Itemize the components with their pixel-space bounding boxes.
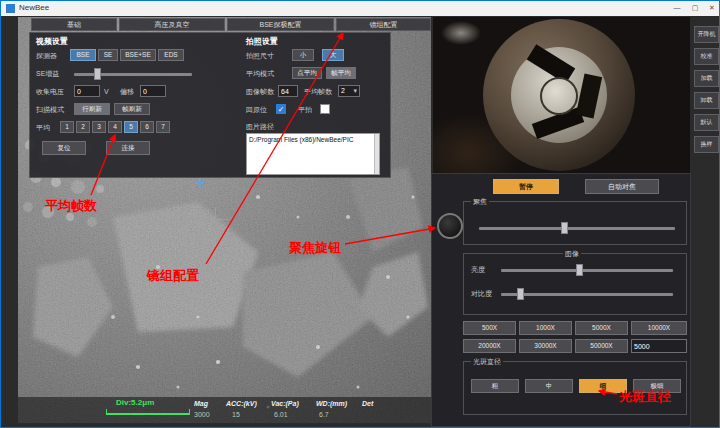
connect-button[interactable]: 连接 — [106, 141, 150, 155]
average-6-button[interactable]: 6 — [140, 121, 154, 133]
scan-line-refresh-button[interactable]: 行刷新 — [74, 103, 110, 115]
sample-stub — [540, 77, 578, 115]
status-value-acc: 15 — [232, 409, 240, 420]
video-settings-title: 视频设置 — [36, 36, 68, 47]
offset-input[interactable] — [140, 85, 166, 97]
contrast-slider[interactable] — [501, 293, 673, 296]
average-5-button[interactable]: 5 — [124, 121, 138, 133]
camera-foreground-blur — [433, 113, 523, 173]
mag-5000x-button[interactable]: 5000X — [575, 321, 628, 335]
point-average-button[interactable]: 点平均 — [292, 67, 322, 79]
mag-500x-button[interactable]: 500X — [463, 321, 516, 335]
unload-button[interactable]: 卸载 — [694, 92, 719, 109]
avg-frames-value: 2 — [341, 87, 345, 94]
close-icon[interactable]: ✕ — [704, 1, 720, 15]
focus-group — [463, 201, 687, 245]
image-frames-input[interactable] — [278, 85, 298, 97]
average-3-button[interactable]: 3 — [92, 121, 106, 133]
frame-average-button[interactable]: 帧平均 — [326, 67, 356, 79]
tab-bse-probe-config[interactable]: BSE探极配置 — [227, 18, 334, 31]
spot-medium-button[interactable]: 中 — [525, 379, 573, 393]
crosshair-h-line — [204, 219, 228, 220]
avg-frames-select[interactable]: 2 ▾ — [338, 85, 360, 97]
mag-30000x-button[interactable]: 30000X — [519, 339, 572, 353]
status-header-vac: Vac:(Pa) — [271, 398, 299, 409]
path-box-scrollbar[interactable] — [374, 134, 379, 174]
mag-20000x-button[interactable]: 20000X — [463, 339, 516, 353]
photo-settings-title: 拍照设置 — [246, 36, 278, 47]
pan-icon[interactable]: ✛ — [196, 177, 205, 190]
average-4-button[interactable]: 4 — [108, 121, 122, 133]
app-icon — [6, 4, 15, 13]
average-2-button[interactable]: 2 — [76, 121, 90, 133]
detector-se-button[interactable]: SE — [98, 49, 118, 61]
scan-frame-refresh-button[interactable]: 帧刷新 — [114, 103, 150, 115]
status-bar: Div:5.2μm Mag ACC:(kV) Vac:(Pa) WD:(mm) … — [18, 397, 431, 423]
maximize-icon[interactable]: ▢ — [687, 1, 703, 15]
tab-lens-config[interactable]: 镜组配置 — [336, 18, 431, 31]
return-home-checkbox[interactable]: ✓ — [276, 104, 286, 114]
image-path-box[interactable]: D:/Program Files (x86)/NewBee/PIC — [246, 133, 380, 175]
se-gain-label: SE增益 — [36, 68, 59, 79]
status-header-mag: Mag — [194, 398, 208, 409]
contrast-label: 对比度 — [471, 288, 492, 299]
brightness-slider-thumb[interactable] — [576, 264, 583, 276]
autofocus-button[interactable]: 自动对焦 — [585, 179, 659, 194]
photo-size-small-button[interactable]: 小 — [292, 49, 314, 61]
flat-shot-checkbox[interactable] — [320, 104, 330, 114]
spot-diameter-label: 光斑直径 — [471, 357, 503, 367]
return-home-label: 回原位 — [246, 104, 267, 115]
se-gain-slider-thumb[interactable] — [94, 68, 101, 80]
reset-button[interactable]: 复位 — [42, 141, 86, 155]
title-bar: NewBee — ▢ ✕ — [1, 1, 720, 16]
image-path-value: D:/Program Files (x86)/NewBee/PIC — [247, 134, 379, 145]
image-group-label: 图像 — [563, 249, 581, 259]
chamber-camera-view — [433, 17, 690, 173]
change-sample-button[interactable]: 换样 — [694, 136, 719, 153]
minimize-icon[interactable]: — — [669, 1, 685, 15]
detector-bse-button[interactable]: BSE — [70, 49, 96, 61]
annotation-avg-frames: 平均帧数 — [45, 197, 97, 215]
mag-50000x-button[interactable]: 50000X — [575, 339, 628, 353]
average-1-button[interactable]: 1 — [60, 121, 74, 133]
mag-custom-input[interactable] — [631, 339, 687, 353]
focus-slider[interactable] — [479, 227, 675, 230]
load-button[interactable]: 加载 — [694, 70, 719, 87]
tab-hv-vacuum[interactable]: 高压及真空 — [119, 18, 225, 31]
brightness-slider[interactable] — [501, 269, 673, 272]
collect-voltage-input[interactable] — [74, 85, 100, 97]
average-mode-label: 平均模式 — [246, 68, 274, 79]
scan-mode-label: 扫描模式 — [36, 104, 64, 115]
status-value-mag: 3000 — [194, 409, 210, 420]
mag-10000x-button[interactable]: 10000X — [631, 321, 687, 335]
photo-size-label: 拍照尺寸 — [246, 50, 274, 61]
average-label: 平均 — [36, 122, 50, 133]
focus-slider-thumb[interactable] — [561, 222, 568, 234]
contrast-slider-thumb[interactable] — [517, 288, 524, 300]
focus-knob[interactable] — [437, 213, 463, 239]
scale-bar — [106, 409, 190, 415]
detector-eds-button[interactable]: EDS — [158, 49, 184, 61]
detector-bse-se-button[interactable]: BSE+SE — [120, 49, 156, 61]
status-header-wd: WD:(mm) — [316, 398, 347, 409]
se-gain-slider[interactable] — [74, 73, 192, 76]
spot-coarse-button[interactable]: 粗 — [471, 379, 519, 393]
image-group — [463, 253, 687, 315]
offset-label: 偏移 — [120, 86, 134, 97]
status-value-wd: 6.7 — [319, 409, 329, 420]
default-button[interactable]: 默认 — [694, 114, 719, 131]
voltage-unit-label: V — [104, 86, 109, 97]
pause-button[interactable]: 暂停 — [493, 179, 559, 194]
window-title: NewBee — [19, 3, 49, 12]
average-7-button[interactable]: 7 — [156, 121, 170, 133]
camera-highlight — [441, 21, 481, 45]
photo-size-large-button[interactable]: 大 — [322, 49, 344, 61]
mag-1000x-button[interactable]: 1000X — [519, 321, 572, 335]
tab-basic[interactable]: 基础 — [31, 18, 117, 31]
avg-frames-label: 平均帧数 — [304, 86, 332, 97]
focus-label: 聚焦 — [471, 197, 489, 207]
stage-lift-button[interactable]: 开降机 — [694, 26, 719, 43]
calibrate-button[interactable]: 校准 — [694, 48, 719, 65]
status-header-det: Det — [362, 398, 373, 409]
annotation-lens-config: 镜组配置 — [147, 267, 199, 285]
